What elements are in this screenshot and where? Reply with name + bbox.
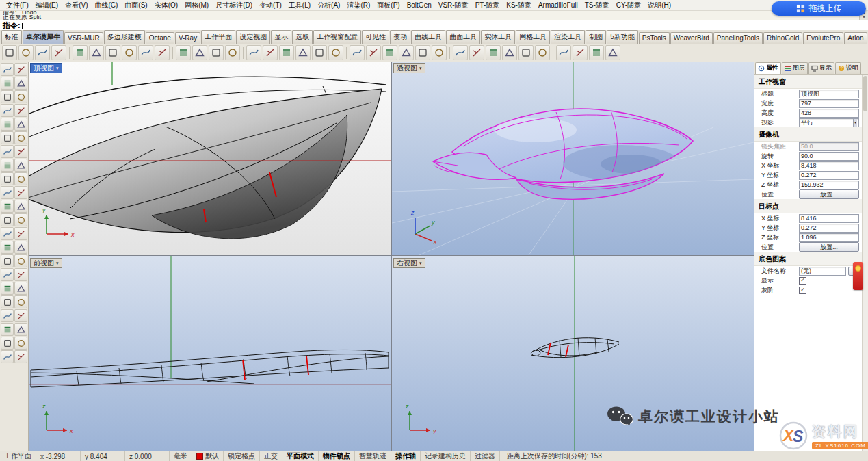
- text-object-icon[interactable]: [1, 350, 14, 363]
- red-envelope-widget[interactable]: [853, 262, 863, 290]
- projection-select[interactable]: 平行▾: [799, 118, 859, 127]
- sweep-1rail-icon[interactable]: [1, 186, 14, 199]
- menu-item[interactable]: 工具(L): [285, 1, 314, 10]
- object-properties-icon[interactable]: [486, 45, 501, 60]
- toolbar-tab[interactable]: 实体工具: [481, 30, 515, 44]
- mirror-icon[interactable]: [328, 45, 343, 60]
- status-toggle[interactable]: 记录建构历史: [421, 451, 471, 461]
- value-field[interactable]: 50.0: [799, 142, 859, 151]
- rotate-icon[interactable]: [295, 45, 311, 60]
- toolbar-tab[interactable]: 工作视窗配置: [313, 30, 361, 44]
- extrude-surface-icon[interactable]: [1, 172, 14, 185]
- tab-properties[interactable]: 属性: [755, 62, 781, 74]
- mirror-tool-icon[interactable]: [14, 282, 27, 295]
- value-field[interactable]: 0.272: [799, 171, 859, 180]
- sweep-2rails-icon[interactable]: [14, 186, 27, 199]
- toolbar-tab[interactable]: 工作平面: [201, 30, 235, 44]
- osnap-settings-icon[interactable]: [502, 45, 517, 60]
- help-icon[interactable]: [605, 45, 620, 60]
- status-toggle[interactable]: 平面模式: [282, 451, 319, 461]
- menu-item[interactable]: 分析(A): [314, 1, 343, 10]
- copy-icon[interactable]: [89, 45, 104, 60]
- viewport-label-perspective[interactable]: 透视图▾: [393, 63, 425, 73]
- toolbar-tab[interactable]: WeaverBird: [670, 32, 713, 44]
- menu-item[interactable]: PT-随意: [472, 1, 503, 10]
- menu-item[interactable]: 查看(V): [62, 1, 91, 10]
- checkbox[interactable]: ✓: [799, 277, 806, 285]
- menu-item[interactable]: 网格(M): [181, 1, 212, 10]
- select-icon[interactable]: [1, 63, 14, 76]
- file-name-field[interactable]: (无): [799, 267, 846, 276]
- paste-icon[interactable]: [105, 45, 120, 60]
- status-toggle[interactable]: 物件锁点: [319, 451, 355, 461]
- menu-item[interactable]: 说明(H): [644, 1, 674, 10]
- join-icon[interactable]: [382, 45, 397, 60]
- rectangle-icon[interactable]: [14, 131, 27, 144]
- toolbar-tab[interactable]: RhinoGold: [763, 32, 802, 44]
- render-icon[interactable]: [518, 45, 534, 60]
- value-field[interactable]: 159.932: [799, 181, 859, 189]
- viewport-top[interactable]: 顶视图▾: [29, 62, 391, 255]
- toolbar-tab[interactable]: 可见性: [362, 30, 389, 44]
- blend-surface-icon[interactable]: [14, 213, 27, 226]
- toolbar-tab[interactable]: V-Ray: [175, 32, 200, 44]
- scale-icon[interactable]: [312, 45, 327, 60]
- layer-indicator[interactable]: 默认: [192, 451, 224, 461]
- zoom-window-icon[interactable]: [246, 45, 261, 60]
- rotate-view-icon[interactable]: [225, 45, 240, 60]
- scrollbar-thumb[interactable]: [863, 76, 867, 111]
- cut-icon[interactable]: [73, 45, 88, 60]
- boolean-difference-icon[interactable]: [14, 309, 27, 322]
- record-history-icon[interactable]: [589, 45, 604, 60]
- menu-item[interactable]: ArmadilloFull: [535, 1, 581, 9]
- plane-surface-icon[interactable]: [14, 159, 27, 172]
- ellipse-icon[interactable]: [1, 131, 14, 144]
- toolbar-tab[interactable]: 变动: [390, 30, 410, 44]
- control-point-curve-icon[interactable]: [1, 104, 14, 117]
- value-field[interactable]: 8.416: [799, 214, 859, 223]
- lock-icon[interactable]: [453, 45, 468, 60]
- delete-icon[interactable]: [155, 45, 170, 60]
- split-tool-icon[interactable]: [1, 241, 14, 254]
- undo-icon[interactable]: [122, 45, 137, 60]
- checkbox[interactable]: ✓: [799, 287, 806, 294]
- toolbar-tab[interactable]: 曲线工具: [411, 30, 445, 44]
- redo-icon[interactable]: [138, 45, 153, 60]
- boolean-intersection-icon[interactable]: [1, 323, 14, 336]
- status-toggle[interactable]: 操作轴: [391, 451, 421, 461]
- layer-manager-icon[interactable]: [469, 45, 484, 60]
- split-icon[interactable]: [366, 45, 381, 60]
- toolbar-tab[interactable]: 渲染工具: [551, 30, 585, 44]
- toolbar-tab[interactable]: 卓尔谟犀牛: [23, 30, 64, 44]
- tab-layers[interactable]: 图层: [782, 62, 808, 74]
- pan-view-icon[interactable]: [209, 45, 224, 60]
- hide-icon[interactable]: [432, 45, 447, 60]
- circle-icon[interactable]: [1, 118, 14, 131]
- menu-item[interactable]: 曲面(S): [121, 1, 150, 10]
- toolbar-tab[interactable]: 多边形建模: [104, 30, 145, 44]
- surface-3points-icon[interactable]: [1, 159, 14, 172]
- revolve-icon[interactable]: [1, 200, 14, 213]
- boolean-union-icon[interactable]: [1, 309, 14, 322]
- menu-item[interactable]: 实体(O): [151, 1, 181, 10]
- save-icon[interactable]: [35, 45, 50, 60]
- group-icon[interactable]: [399, 45, 414, 60]
- value-field[interactable]: 顶视图: [799, 90, 859, 98]
- toolbar-tab[interactable]: EvolutePro: [803, 32, 843, 44]
- explode-tool-icon[interactable]: [1, 254, 14, 267]
- move-icon[interactable]: [263, 45, 278, 60]
- point-icon[interactable]: [1, 77, 14, 90]
- menu-item[interactable]: 渲染(R): [343, 1, 373, 10]
- explode-icon[interactable]: [415, 45, 430, 60]
- status-toggle[interactable]: 智慧轨迹: [355, 451, 391, 461]
- move-tool-icon[interactable]: [14, 254, 27, 267]
- menu-item[interactable]: VSR-随意: [435, 1, 472, 10]
- line-icon[interactable]: [14, 90, 27, 103]
- place-button[interactable]: 放置...: [799, 189, 859, 199]
- toolbar-tab[interactable]: 网格工具: [516, 30, 550, 44]
- toolbar-tab[interactable]: 显示: [271, 30, 291, 44]
- menu-item[interactable]: 文件(F): [3, 1, 32, 10]
- trim-tool-icon[interactable]: [14, 227, 27, 240]
- upload-button[interactable]: 拖拽上传: [772, 1, 866, 16]
- value-field[interactable]: 1.096: [799, 233, 859, 242]
